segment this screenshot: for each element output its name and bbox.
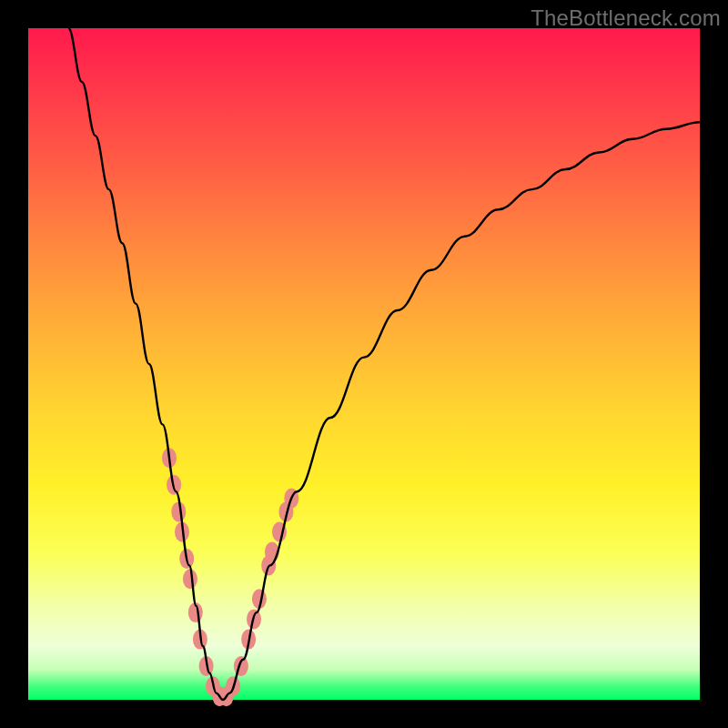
chart-svg [28,28,700,700]
watermark-text: TheBottleneck.com [531,5,721,31]
marker-dots-group [162,448,298,706]
highlight-dot [183,569,197,589]
highlight-dot [171,501,186,521]
bottleneck-curve [68,28,700,700]
chart-plot-area [28,28,700,700]
chart-frame: TheBottleneck.com [0,0,728,728]
highlight-dot [234,656,248,676]
